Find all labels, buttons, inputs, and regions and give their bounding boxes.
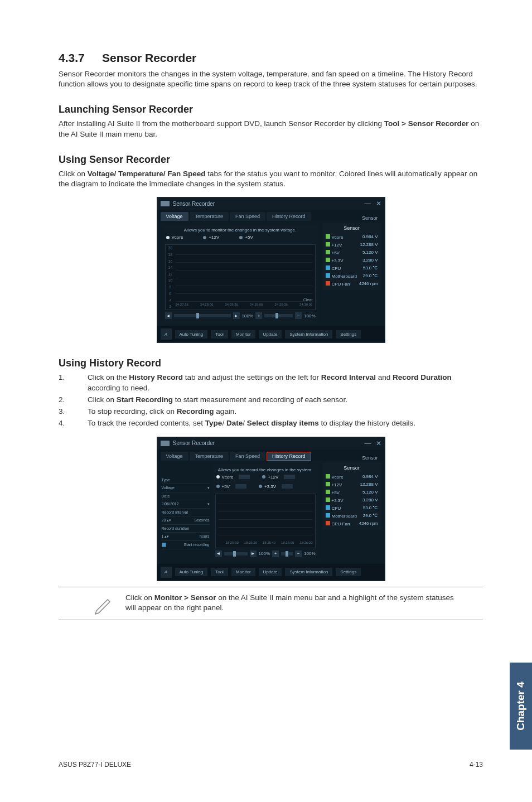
page-footer: ASUS P8Z77-I DELUXE 4-13 [59, 761, 483, 769]
y-label: 18 [167, 253, 175, 257]
fan-icon [326, 281, 330, 286]
close-icon[interactable]: ✕ [376, 200, 381, 207]
tab-voltage[interactable]: Voltage [161, 452, 188, 461]
scroll-left-button[interactable]: ◄ [215, 550, 222, 557]
radio-label: Vcore [222, 475, 234, 480]
tab-history-record[interactable]: History Record [267, 212, 311, 221]
using-pre: Click on [59, 170, 88, 178]
sensor-name: Motherboard [332, 274, 357, 279]
scroll-left-button[interactable]: ◄ [165, 312, 172, 319]
x-label: 18:25:00 [226, 541, 239, 548]
launch-heading: Launching Sensor Recorder [59, 104, 483, 115]
zoom-in-button[interactable]: + [255, 312, 262, 319]
x-label: 24:27:36 [176, 303, 188, 310]
using-body: Click on Voltage/ Temperature/ Fan Speed… [59, 169, 483, 189]
start-recording-checkbox[interactable] [162, 543, 166, 547]
menu-auto-tuning[interactable]: Auto Tuning [175, 568, 208, 576]
minimize-icon[interactable]: — [365, 200, 371, 207]
x-label: 18:26:20 [299, 541, 312, 548]
label-date: Date [162, 494, 170, 498]
footer-page-number: 4-13 [470, 761, 483, 769]
step-3: 3.To stop recording, click on Recording … [59, 407, 483, 417]
x-label: 18:26:00 [281, 541, 294, 548]
sensor-value: 5.120 V [362, 490, 378, 495]
color-swatch[interactable] [239, 475, 250, 479]
sensor-name: +3.3V [332, 498, 344, 503]
sensor-value: 53.0 ℃ [363, 265, 378, 271]
menu-sysinfo[interactable]: System Information [285, 568, 332, 576]
scroll-right-button[interactable]: ► [250, 550, 257, 557]
zoom-in-button[interactable]: + [272, 550, 279, 557]
type-dropdown[interactable]: Voltage [162, 486, 175, 490]
sensor-row: +12V12.288 V [326, 241, 378, 249]
tab-voltage[interactable]: Voltage [161, 212, 188, 221]
scroll-right-button[interactable]: ► [233, 312, 240, 319]
y-label: 16 [167, 259, 175, 263]
date-dropdown[interactable]: 2/06/2012 [162, 502, 179, 506]
radio-5v[interactable]: +5V [216, 484, 246, 489]
menu-monitor[interactable]: Monitor [231, 330, 255, 339]
radio-3v3[interactable]: +3.3V [259, 484, 293, 489]
sensor-value: 4246 rpm [359, 521, 378, 526]
step-text: To track the recorded contents, set Type… [88, 418, 415, 429]
duration-value[interactable]: 1 [162, 534, 164, 538]
radio-5v[interactable]: +5V [239, 235, 253, 240]
menu-tool[interactable]: Tool [211, 568, 228, 576]
color-swatch[interactable] [282, 484, 293, 489]
sensor-value: 0.984 V [362, 234, 378, 240]
tab-fan-speed[interactable]: Fan Speed [230, 452, 265, 461]
history-settings-panel: Type Voltage▾ Date 2/06/2012▾ Record Int… [162, 476, 210, 549]
menu-monitor[interactable]: Monitor [231, 568, 255, 576]
zoom-value-2: 100% [304, 551, 315, 556]
radio-label: +3.3V [264, 484, 276, 489]
menu-sysinfo[interactable]: System Information [285, 330, 332, 339]
sensor-value: 12.288 V [360, 242, 378, 248]
timeline-slider[interactable] [224, 552, 248, 555]
clear-button[interactable]: Clear [303, 298, 313, 302]
radio-vcore[interactable]: Vcore [216, 475, 250, 480]
tab-temperature[interactable]: Temperature [190, 452, 229, 461]
menu-auto-tuning[interactable]: Auto Tuning [175, 330, 208, 339]
voltage-chart: 20 18 16 14 12 10 8 6 4 2 24:27:36 [165, 244, 316, 310]
sensor-name: Vcore [332, 235, 344, 240]
menu-tool[interactable]: Tool [211, 330, 228, 339]
sensor-value: 3.280 V [362, 258, 378, 263]
step-number: 4. [59, 418, 88, 429]
zoom-slider[interactable] [281, 552, 293, 555]
step-number: 2. [59, 395, 88, 405]
label-record-duration: Record duration [162, 526, 190, 530]
sensor-value: 53.0 ℃ [363, 505, 378, 511]
y-label: 14 [167, 265, 175, 269]
zoom-out-button[interactable]: − [295, 312, 302, 319]
timeline-slider[interactable] [174, 314, 231, 317]
sensor-row: CPU53.0 ℃ [326, 264, 378, 272]
x-label: 24:29:06 [250, 303, 263, 310]
sensor-value: 4246 rpm [359, 281, 378, 287]
tab-history-record[interactable]: History Record [267, 452, 311, 461]
bolt-icon [326, 242, 330, 247]
color-swatch[interactable] [235, 484, 246, 489]
menu-settings[interactable]: Settings [336, 330, 361, 339]
sensor-name: +5V [332, 490, 340, 495]
monitor-description: Allows you to monitor the changes in the… [165, 228, 316, 233]
tab-temperature[interactable]: Temperature [190, 212, 229, 221]
sensor-value: 29.0 ℃ [363, 513, 378, 519]
color-swatch[interactable] [284, 475, 295, 479]
y-label: 2 [167, 305, 175, 308]
close-icon[interactable]: ✕ [376, 439, 381, 447]
bolt-icon [326, 490, 330, 494]
radio-vcore[interactable]: Vcore [166, 235, 183, 240]
menu-update[interactable]: Update [259, 330, 282, 339]
zoom-slider[interactable] [264, 314, 293, 317]
step-4: 4.To track the recorded contents, set Ty… [59, 418, 483, 429]
radio-12v[interactable]: +12V [203, 235, 219, 240]
radio-12v[interactable]: +12V [262, 475, 295, 480]
interval-value[interactable]: 20 [162, 518, 166, 522]
menu-update[interactable]: Update [259, 568, 282, 576]
minimize-icon[interactable]: — [365, 439, 371, 447]
tab-fan-speed[interactable]: Fan Speed [230, 212, 265, 221]
zoom-out-button[interactable]: − [295, 550, 302, 557]
screenshot-sensor-recorder-monitor: Sensor Recorder —✕ Voltage Temperature F… [157, 197, 385, 343]
menu-settings[interactable]: Settings [336, 568, 361, 576]
sensor-name: +12V [332, 482, 342, 487]
